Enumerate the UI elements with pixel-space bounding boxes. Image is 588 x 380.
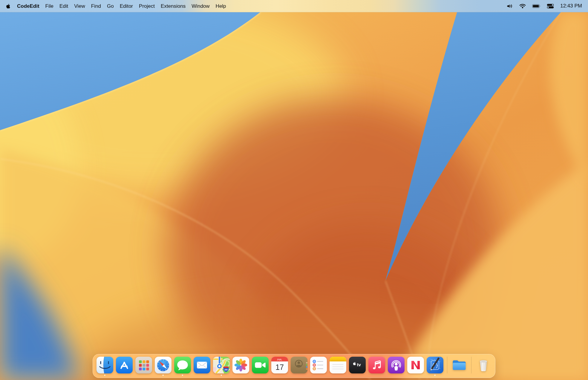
menu-item-file[interactable]: File <box>42 0 56 12</box>
safari-icon <box>155 357 172 373</box>
running-indicator <box>182 375 183 376</box>
running-indicator <box>220 375 222 376</box>
menu-item-view[interactable]: View <box>71 0 88 12</box>
dock-item-news[interactable] <box>407 357 424 373</box>
battery-icon[interactable] <box>532 4 540 8</box>
dock-item-contacts[interactable] <box>291 357 307 373</box>
running-indicator <box>104 375 105 376</box>
apple-icon <box>6 4 11 9</box>
music-icon <box>368 357 385 373</box>
dock-separator <box>471 357 471 373</box>
status-tray: 12:43 PM <box>507 3 582 9</box>
dock-item-safari[interactable] <box>155 357 172 373</box>
dock-item-app-store[interactable] <box>116 357 133 373</box>
dock-item-facetime[interactable] <box>252 357 269 373</box>
wallpaper-image <box>0 0 588 380</box>
dock-item-reminders[interactable] <box>310 357 327 373</box>
dock-item-mail[interactable] <box>194 357 210 373</box>
menu-item-help[interactable]: Help <box>213 0 229 12</box>
menu-bar-clock[interactable]: 12:43 PM <box>560 3 582 9</box>
photos-icon <box>232 357 249 373</box>
codeedit-icon <box>427 357 443 373</box>
menu-item-go[interactable]: Go <box>104 0 117 12</box>
wifi-icon[interactable] <box>519 4 526 9</box>
dock-separator <box>447 357 447 373</box>
calendar-day-label: 17 <box>275 363 284 371</box>
reminders-icon <box>310 357 327 373</box>
finder-icon <box>97 357 113 373</box>
menu-item-edit[interactable]: Edit <box>56 0 71 12</box>
apple-menu[interactable] <box>6 4 11 9</box>
desktop: CodeEdit File Edit View Find Go Editor P… <box>0 0 588 380</box>
svg-text:280: 280 <box>224 369 227 371</box>
menu-item-window[interactable]: Window <box>189 0 212 12</box>
dock-item-downloads-folder[interactable] <box>451 357 468 373</box>
dock-item-music[interactable] <box>368 357 385 373</box>
menu-item-find[interactable]: Find <box>88 0 104 12</box>
menu-item-extensions[interactable]: Extensions <box>158 0 189 12</box>
mail-icon <box>194 357 210 373</box>
dock-item-photos[interactable] <box>232 357 249 373</box>
dock: 280 <box>93 354 495 378</box>
dock-item-calendar[interactable]: JUL 17 <box>271 357 288 373</box>
menu-item-editor[interactable]: Editor <box>117 0 136 12</box>
dock-item-maps[interactable]: 280 <box>213 357 230 373</box>
maps-icon: 280 <box>213 357 230 373</box>
running-indicator <box>434 375 436 376</box>
calendar-month-label: JUL <box>277 358 282 361</box>
notes-icon <box>330 357 346 373</box>
messages-icon <box>174 357 191 373</box>
tv-label: tv <box>357 362 361 367</box>
app-store-icon <box>116 357 133 373</box>
calendar-icon: JUL 17 <box>271 357 288 373</box>
menu-item-codeedit[interactable]: CodeEdit <box>14 0 42 12</box>
trash-icon <box>475 357 492 373</box>
facetime-icon <box>252 357 269 373</box>
running-indicator <box>162 375 164 376</box>
contacts-icon <box>291 357 307 373</box>
menu-bar: CodeEdit File Edit View Find Go Editor P… <box>0 0 588 12</box>
news-icon <box>407 357 424 373</box>
dock-item-trash[interactable] <box>475 357 492 373</box>
launchpad-icon <box>135 357 152 373</box>
dock-item-launchpad[interactable] <box>135 357 152 373</box>
menu-item-project[interactable]: Project <box>136 0 158 12</box>
podcasts-icon <box>388 357 405 373</box>
dock-item-codeedit[interactable] <box>427 357 443 373</box>
dock-item-notes[interactable] <box>330 357 346 373</box>
dock-item-tv[interactable]: tv <box>349 357 366 373</box>
dock-item-messages[interactable] <box>174 357 191 373</box>
control-center-icon[interactable] <box>547 4 554 9</box>
dock-item-finder[interactable] <box>97 357 113 373</box>
folder-icon <box>451 357 468 373</box>
apple-tv-icon: tv <box>349 357 366 373</box>
dock-item-podcasts[interactable] <box>388 357 405 373</box>
volume-icon[interactable] <box>507 4 513 9</box>
